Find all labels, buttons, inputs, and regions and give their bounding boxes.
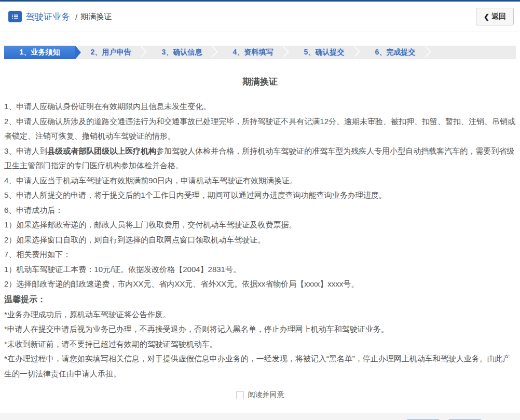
notice-list: 1、申请人应确认身份证明在有效期限内且信息未发生变化。2、申请人应确认所涉及的道… bbox=[4, 99, 516, 381]
notice-text: *在办理过程中，请您如实填写相关信息，对于提供虚假信息申办业务的，一经发现，将被… bbox=[4, 354, 511, 378]
agree-label[interactable]: 阅读并同意 bbox=[248, 390, 284, 400]
notice-emphasis: 县级或者部队团级以上医疗机构 bbox=[47, 146, 156, 155]
notice-line-13: *业务办理成功后，原机动车驾驶证将公告作废。 bbox=[4, 307, 516, 322]
notice-line-7: 1）如果选择邮政寄递的，邮政人员将上门收取费用，交付机动车驾驶证及收费票据。 bbox=[4, 218, 516, 233]
breadcrumb-separator: / bbox=[75, 12, 77, 21]
notice-text: 2）选择邮政寄递的邮政速递费，市内XX元、省内XX元、省外XX元。依据xx省物价… bbox=[4, 279, 359, 288]
notice-text: 3、申请人到 bbox=[4, 146, 47, 155]
breadcrumb-current: 期满换证 bbox=[80, 12, 112, 22]
back-button[interactable]: ❮ 返回 bbox=[476, 8, 514, 25]
notice-line-1: 1、申请人应确认身份证明在有效期限内且信息未发生变化。 bbox=[4, 99, 516, 114]
step-item-2[interactable]: 2、用户申告 bbox=[75, 46, 146, 59]
notice-line-11: 2）选择邮政寄递的邮政速递费，市内XX元、省内XX元、省外XX元。依据xx省物价… bbox=[4, 277, 516, 292]
notice-line-14: *申请人在提交申请后视为业务已办理，不再接受退办，否则将记入黑名单，停止办理网上… bbox=[4, 322, 516, 337]
notice-text: 2）如果选择窗口自取的，则自行到选择的自取网点窗口领取机动车驾驶证。 bbox=[4, 235, 265, 244]
notice-line-9: 7、相关费用如下： bbox=[4, 247, 516, 262]
notice-text: 1）如果选择邮政寄递的，邮政人员将上门收取费用，交付机动车驾驶证及收费票据。 bbox=[4, 220, 296, 229]
action-bar: 上一步 下一步 bbox=[0, 413, 520, 420]
page-title: 期满换证 bbox=[4, 76, 516, 88]
chevron-left-icon: ❮ bbox=[484, 13, 489, 21]
agree-row: 阅读并同意 bbox=[4, 390, 516, 400]
notice-text: 温馨提示： bbox=[4, 295, 46, 304]
header: 驾驶证业务 / 期满换证 ❮ 返回 bbox=[0, 2, 520, 32]
page: 驾驶证业务 / 期满换证 ❮ 返回 1、业务须知2、用户申告3、确认信息4、资料… bbox=[0, 0, 520, 420]
notice-line-5: 5、申请人所提交的申请，将于提交后的1个工作日内受理，期间可以通过网办进度查询功… bbox=[4, 188, 516, 203]
notice-text: *申请人在提交申请后视为业务已办理，不再接受退办，否则将记入黑名单，停止办理网上… bbox=[4, 324, 389, 333]
notice-text: 1）机动车驾驶证工本费：10元/证。依据发改价格【2004】2831号。 bbox=[4, 265, 241, 274]
step-item-6[interactable]: 6、完成提交 bbox=[360, 46, 431, 59]
notice-text: 1、申请人应确认身份证明在有效期限内且信息未发生变化。 bbox=[4, 102, 211, 111]
notice-text: 4、申请人应当于机动车驾驶证有效期满前90日内，申请机动车驾驶证有效期满换证。 bbox=[4, 176, 297, 185]
notice-line-16: *在办理过程中，请您如实填写相关信息，对于提供虚假信息申办业务的，一经发现，将被… bbox=[4, 351, 516, 381]
notice-line-12: 温馨提示： bbox=[4, 292, 516, 307]
agree-checkbox[interactable] bbox=[236, 391, 244, 399]
notice-line-3: 3、申请人到县级或者部队团级以上医疗机构参加驾驶人体检并合格，所持机动车驾驶证的… bbox=[4, 144, 516, 173]
notice-line-4: 4、申请人应当于机动车驾驶证有效期满前90日内，申请机动车驾驶证有效期满换证。 bbox=[4, 173, 516, 188]
notice-text: 7、相关费用如下： bbox=[4, 250, 71, 259]
step-bar-filler bbox=[431, 46, 516, 59]
step-item-1[interactable]: 1、业务须知 bbox=[4, 46, 75, 59]
notice-line-8: 2）如果选择窗口自取的，则自行到选择的自取网点窗口领取机动车驾驶证。 bbox=[4, 233, 516, 248]
breadcrumb-section[interactable]: 驾驶证业务 bbox=[26, 11, 70, 23]
step-item-5[interactable]: 5、确认提交 bbox=[289, 46, 360, 59]
main-content: 期满换证 1、申请人应确认身份证明在有效期限内且信息未发生变化。2、申请人应确认… bbox=[0, 59, 520, 400]
notice-text: 5、申请人所提交的申请，将于提交后的1个工作日内受理，期间可以通过网办进度查询功… bbox=[4, 191, 387, 199]
notice-text: *未收到新证前，请不要持已超过有效期的驾驶证驾驶机动车。 bbox=[4, 340, 217, 348]
license-business-icon bbox=[8, 11, 22, 22]
notice-line-10: 1）机动车驾驶证工本费：10元/证。依据发改价格【2004】2831号。 bbox=[4, 262, 516, 277]
notice-line-15: *未收到新证前，请不要持已超过有效期的驾驶证驾驶机动车。 bbox=[4, 337, 516, 352]
step-item-4[interactable]: 4、资料填写 bbox=[217, 46, 289, 59]
notice-text: 2、申请人应确认所涉及的道路交通违法行为和交通事故已处理完毕，所持驾驶证不具有记… bbox=[4, 117, 515, 141]
notice-text: 6、申请成功后： bbox=[4, 206, 63, 214]
notice-text: *业务办理成功后，原机动车驾驶证将公告作废。 bbox=[4, 310, 171, 319]
step-item-3[interactable]: 3、确认信息 bbox=[146, 46, 217, 59]
notice-line-2: 2、申请人应确认所涉及的道路交通违法行为和交通事故已处理完毕，所持驾驶证不具有记… bbox=[4, 114, 516, 144]
step-indicator: 1、业务须知2、用户申告3、确认信息4、资料填写5、确认提交6、完成提交 bbox=[4, 46, 516, 59]
notice-line-6: 6、申请成功后： bbox=[4, 203, 516, 218]
back-button-label: 返回 bbox=[491, 12, 506, 21]
